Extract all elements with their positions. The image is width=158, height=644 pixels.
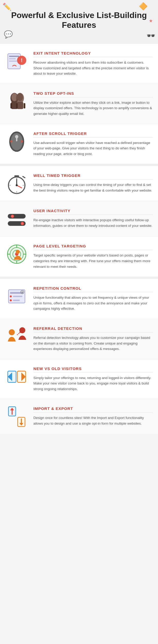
svg-point-50	[10, 295, 12, 297]
feature-row-repetition: REPETITION CONTROLUnique functionality t…	[0, 279, 158, 319]
svg-rect-51	[13, 296, 22, 297]
deco-glasses-icon: 🕶️	[146, 31, 155, 40]
feature-content-well-timed: WELL TIMED TRIGGERUsing time-delay trigg…	[33, 173, 153, 193]
svg-rect-27	[14, 175, 19, 177]
svg-rect-19	[16, 137, 17, 141]
feature-row-exit-intent: ! Exit Intent TechnologyRecover abandoni…	[0, 44, 158, 84]
deco-chat-icon: 💬	[4, 30, 13, 39]
feature-title-repetition: REPETITION CONTROL	[33, 286, 153, 292]
svg-rect-9	[11, 103, 12, 108]
feature-desc-page-targeting: Target specific segments of your website…	[33, 253, 153, 269]
feature-row-page-targeting: PAGE LEVEL TARGETINGTarget specific segm…	[0, 237, 158, 277]
svg-rect-14	[16, 103, 17, 108]
svg-point-35	[11, 215, 13, 217]
repetition-icon	[5, 286, 28, 307]
deco-star-icon: ★	[149, 18, 153, 24]
feature-title-page-targeting: PAGE LEVEL TARGETING	[33, 244, 153, 250]
svg-point-52	[10, 299, 12, 302]
feature-title-new-old: NEW VS OLD VISITORS	[33, 366, 153, 373]
feature-content-import-export: IMPORT & EXPORTDesign once for countless…	[33, 406, 153, 426]
feature-content-two-step: Two Step Opt-insUtilize the visitor expl…	[33, 91, 153, 117]
feature-title-user-inactivity: USER INACTIVITY	[33, 209, 153, 215]
feature-content-new-old: NEW VS OLD VISITORSSimply tailor your of…	[33, 366, 153, 392]
feature-title-referral: REFERRAL DETECTION	[33, 326, 153, 332]
section-divider	[0, 164, 158, 166]
svg-rect-1	[9, 56, 19, 57]
two-step-icon	[5, 91, 28, 112]
referral-icon	[5, 326, 28, 347]
feature-row-well-timed: WELL TIMED TRIGGERUsing time-delay trigg…	[0, 166, 158, 201]
svg-rect-2	[9, 58, 16, 59]
visitors-icon	[5, 366, 28, 387]
feature-desc-two-step: Utilize the visitor explore action when …	[33, 100, 153, 117]
feature-title-import-export: IMPORT & EXPORT	[33, 406, 153, 413]
feature-content-referral: REFERRAL DETECTIONReferral detection tec…	[33, 326, 153, 352]
header-section: ✏️ 🔶 💬 🕶️ ★ Powerful & Exclusive List-Bu…	[0, 0, 158, 44]
feature-row-import-export: IMPORT & EXPORTDesign once for countless…	[0, 399, 158, 434]
exit-intent-icon: !	[5, 51, 28, 72]
svg-text:!: !	[21, 57, 23, 63]
feature-title-exit-intent: Exit Intent Technology	[33, 51, 153, 57]
inactivity-icon	[5, 209, 28, 229]
feature-desc-exit-intent: Recover abandoning visitors and turn the…	[33, 60, 153, 76]
scroll-icon: « »	[5, 131, 28, 152]
deco-pencil-icon: ✏️	[3, 3, 12, 11]
feature-row-after-scroll: « » After Scroll TriggerUse advanced scr…	[0, 124, 158, 164]
feature-row-new-old: NEW VS OLD VISITORSSimply tailor your of…	[0, 359, 158, 399]
feature-content-exit-intent: Exit Intent TechnologyRecover abandoning…	[33, 51, 153, 76]
svg-point-59	[19, 327, 25, 333]
svg-rect-53	[13, 300, 20, 301]
feature-row-user-inactivity: USER INACTIVITYRe-engage inactive visito…	[0, 201, 158, 237]
svg-point-38	[21, 222, 23, 225]
feature-desc-well-timed: Using time-delay triggers you can contro…	[33, 182, 153, 193]
feature-desc-import-export: Design once for countless sites! With th…	[33, 415, 153, 426]
feature-desc-new-old: Simply tailor your offerings to new, ret…	[33, 375, 153, 392]
section-divider	[0, 277, 158, 279]
feature-content-page-targeting: PAGE LEVEL TARGETINGTarget specific segm…	[33, 244, 153, 269]
import-export-icon	[5, 406, 28, 427]
feature-row-two-step: Two Step Opt-insUtilize the visitor expl…	[0, 84, 158, 124]
svg-text:«: «	[10, 138, 13, 143]
feature-content-user-inactivity: USER INACTIVITYRe-engage inactive visito…	[33, 209, 153, 228]
svg-point-56	[9, 329, 15, 335]
page-title: Powerful & Exclusive List-Building Featu…	[5, 10, 153, 30]
feature-row-referral: REFERRAL DETECTIONReferral detection tec…	[0, 319, 158, 359]
svg-rect-15	[24, 103, 25, 108]
feature-desc-referral: Referral detection technology allows you…	[33, 335, 153, 352]
features-container: ! Exit Intent TechnologyRecover abandoni…	[0, 44, 158, 434]
deco-arrow-icon: 🔶	[139, 2, 148, 11]
feature-desc-after-scroll: Use advanced scroll trigger when visitor…	[33, 140, 153, 157]
timer-icon	[5, 173, 28, 194]
svg-text:»: »	[20, 138, 23, 143]
svg-point-55	[22, 291, 23, 293]
feature-title-well-timed: WELL TIMED TRIGGER	[33, 173, 153, 179]
feature-title-after-scroll: After Scroll Trigger	[33, 131, 153, 138]
svg-rect-28	[22, 176, 25, 178]
feature-desc-user-inactivity: Re-engage inactive visitors with interac…	[33, 217, 153, 228]
svg-point-43	[16, 250, 20, 254]
feature-title-two-step: Two Step Opt-ins	[33, 91, 153, 97]
feature-content-repetition: REPETITION CONTROLUnique functionality t…	[33, 286, 153, 312]
svg-rect-33	[8, 214, 25, 219]
feature-desc-repetition: Unique functionality that allows you to …	[33, 295, 153, 312]
targeting-icon	[5, 244, 28, 264]
svg-point-26	[16, 184, 18, 186]
svg-rect-3	[9, 61, 17, 62]
feature-content-after-scroll: After Scroll TriggerUse advanced scroll …	[33, 131, 153, 157]
